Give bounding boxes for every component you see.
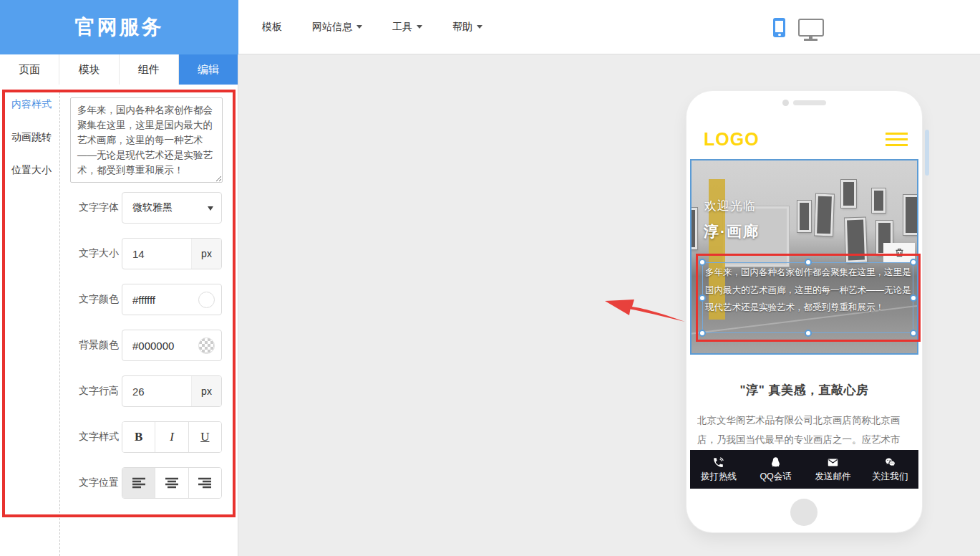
align-center-button[interactable] bbox=[155, 468, 188, 498]
align-left-button[interactable] bbox=[122, 468, 155, 498]
gallery-frame bbox=[815, 194, 834, 236]
resize-handle-w[interactable] bbox=[699, 294, 706, 302]
site-logo: LOGO bbox=[704, 129, 760, 150]
chevron-down-icon bbox=[477, 25, 482, 29]
brand-header: 官网服务 bbox=[0, 0, 238, 54]
bold-button[interactable]: B bbox=[122, 422, 155, 452]
text-color-swatch[interactable] bbox=[198, 292, 215, 308]
annotation-arrow bbox=[603, 291, 686, 324]
mail-icon bbox=[827, 456, 839, 469]
align-right-button[interactable] bbox=[189, 468, 221, 498]
resize-handle-n[interactable] bbox=[805, 259, 812, 266]
chevron-down-icon bbox=[356, 25, 362, 29]
nav-item-tools[interactable]: 工具 bbox=[392, 21, 422, 34]
italic-button[interactable]: I bbox=[155, 422, 188, 452]
line-height-input[interactable] bbox=[122, 376, 191, 406]
mobile-section-heading: "淳" 真美感，直敲心房 bbox=[690, 382, 918, 398]
call-icon bbox=[712, 456, 724, 469]
home-button bbox=[790, 499, 818, 526]
edit-panel-annotation-box: 内容样式 动画跳转 位置大小 多年来，国内各种名家创作都会聚集在这里，这里是国内… bbox=[2, 90, 236, 517]
nav-item-templates[interactable]: 模板 bbox=[262, 21, 282, 34]
top-nav: 模板 网站信息 工具 帮助 bbox=[238, 0, 980, 54]
content-text-input[interactable]: 多年来，国内各种名家创作都会聚集在这里，这里是国内最大的艺术画廊，这里的每一种艺… bbox=[70, 97, 223, 183]
gallery-frame bbox=[841, 180, 856, 208]
field-label: 文字样式 bbox=[79, 431, 119, 444]
website-builder-app: 官网服务 模板 网站信息 工具 帮助 bbox=[0, 0, 980, 556]
camera-dot-icon bbox=[782, 100, 789, 106]
bottom-bar-item-mail[interactable]: 发送邮件 bbox=[805, 450, 862, 489]
underline-button[interactable]: U bbox=[189, 422, 221, 452]
field-row-text-style: 文字样式 B I U bbox=[5, 421, 233, 453]
wechat-icon bbox=[884, 456, 896, 469]
unit-label: px bbox=[191, 376, 221, 406]
field-label: 文字行高 bbox=[79, 385, 119, 398]
mobile-site-header: LOGO bbox=[690, 120, 918, 159]
brand-title: 官网服务 bbox=[75, 14, 164, 41]
gallery-frame bbox=[797, 201, 811, 232]
resize-handle-se[interactable] bbox=[910, 330, 917, 337]
field-label: 背景颜色 bbox=[79, 339, 119, 352]
sidebar-item-content-style[interactable]: 内容样式 bbox=[11, 98, 52, 111]
align-left-icon bbox=[132, 477, 146, 489]
field-row-bg-color: 背景颜色 bbox=[5, 330, 233, 361]
left-panel: 页面 模块 组件 编辑 内容样式 动画跳转 位置大小 多年来，国内各种名家创作都… bbox=[0, 54, 238, 556]
tab-page[interactable]: 页面 bbox=[0, 54, 59, 85]
resize-handle-ne[interactable] bbox=[910, 259, 917, 266]
hero-welcome-text: 欢迎光临 bbox=[704, 198, 756, 214]
field-label: 文字位置 bbox=[79, 476, 119, 489]
sidebar-item-position-size[interactable]: 位置大小 bbox=[11, 164, 52, 177]
gallery-frame bbox=[872, 188, 886, 213]
selected-text: 多年来，国内各种名家创作都会聚集在这里，这里是国内最大的艺术画廊，这里的每一种艺… bbox=[705, 264, 912, 317]
resize-handle-sw[interactable] bbox=[699, 330, 706, 337]
field-label: 文字字体 bbox=[79, 201, 119, 214]
field-row-text-align: 文字位置 bbox=[5, 467, 233, 499]
align-right-icon bbox=[198, 477, 212, 489]
nav-item-site-info[interactable]: 网站信息 bbox=[312, 21, 362, 34]
field-row-text-color: 文字颜色 bbox=[5, 284, 233, 315]
resize-handle-nw[interactable] bbox=[699, 259, 706, 266]
canvas-scrollbar[interactable] bbox=[925, 130, 929, 176]
text-color-input[interactable] bbox=[122, 284, 191, 315]
bg-color-input[interactable] bbox=[122, 330, 191, 360]
panel-tabbar: 页面 模块 组件 编辑 bbox=[0, 54, 238, 85]
chevron-down-icon bbox=[417, 25, 422, 29]
hero-title-text: 淳·画廊 bbox=[704, 221, 760, 241]
hamburger-menu-icon[interactable] bbox=[886, 133, 908, 147]
tab-edit[interactable]: 编辑 bbox=[179, 54, 238, 85]
gallery-frame bbox=[903, 195, 918, 235]
gallery-frame bbox=[690, 208, 697, 249]
unit-label: px bbox=[191, 239, 221, 269]
bottom-bar-item-follow[interactable]: 关注我们 bbox=[861, 450, 918, 489]
sidebar-item-animation-jump[interactable]: 动画跳转 bbox=[11, 131, 52, 144]
tab-component[interactable]: 组件 bbox=[120, 54, 179, 85]
resize-handle-e[interactable] bbox=[910, 294, 917, 302]
speaker-icon bbox=[793, 100, 826, 105]
font-family-select[interactable]: 微软雅黑 bbox=[122, 192, 222, 224]
align-center-icon bbox=[165, 477, 179, 489]
field-label: 文字颜色 bbox=[79, 293, 119, 306]
mobile-view-icon[interactable] bbox=[773, 18, 785, 37]
bottom-bar-item-qq[interactable]: QQ会话 bbox=[747, 450, 805, 489]
bg-color-swatch[interactable] bbox=[198, 337, 215, 354]
font-size-input[interactable] bbox=[122, 239, 191, 269]
selected-text-block[interactable]: 多年来，国内各种名家创作都会聚集在这里，这里是国内最大的艺术画廊，这里的每一种艺… bbox=[702, 262, 913, 333]
bottom-bar-item-call[interactable]: 拨打热线 bbox=[690, 450, 747, 489]
tab-module[interactable]: 模块 bbox=[59, 54, 119, 85]
qq-icon bbox=[770, 456, 782, 469]
mobile-bottom-bar: 拨打热线 QQ会话 发送邮件 关注我们 bbox=[690, 450, 918, 489]
field-label: 文字大小 bbox=[79, 247, 119, 260]
field-row-font-size: 文字大小 px bbox=[5, 238, 233, 269]
resize-handle-s[interactable] bbox=[805, 330, 812, 337]
nav-item-help[interactable]: 帮助 bbox=[452, 21, 482, 34]
chevron-down-icon bbox=[208, 206, 213, 211]
desktop-view-icon[interactable] bbox=[798, 19, 824, 37]
field-row-font-family: 文字字体 微软雅黑 bbox=[5, 192, 233, 224]
field-row-line-height: 文字行高 px bbox=[5, 375, 233, 407]
